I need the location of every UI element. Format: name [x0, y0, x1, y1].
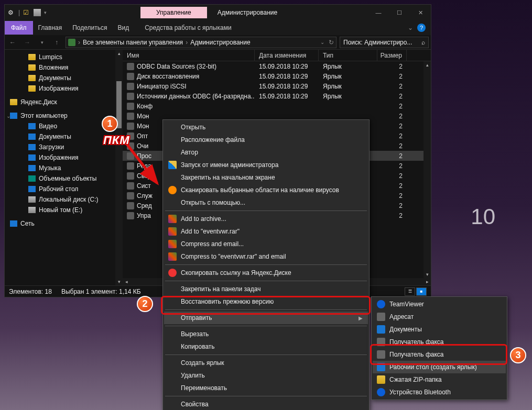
scroll-up-icon[interactable]: ▴ [115, 50, 123, 57]
menu-view[interactable]: Вид [112, 21, 134, 35]
sub-fax-2[interactable]: Получатель факса [373, 348, 506, 361]
nav-history-icon[interactable]: ▾ [36, 37, 48, 48]
sub-desktop-shortcut[interactable]: Рабочий стол (создать ярлык) [373, 361, 506, 373]
file-size: 2 [377, 63, 407, 70]
sub-bluetooth[interactable]: Устройство Bluetooth [373, 386, 506, 398]
ctx-compress-rar-email[interactable]: Compress to "eventvwr.rar" and email [164, 250, 368, 263]
scroll-down-icon[interactable]: ▾ [115, 278, 123, 285]
close-button[interactable]: ✕ [410, 5, 431, 20]
ctx-scan-virus[interactable]: Сканировать выбранные области на наличие… [164, 184, 368, 196]
shortcut-icon [127, 73, 134, 80]
sidebar-item[interactable]: Новый том (E:) [5, 205, 123, 215]
folder-icon [28, 123, 36, 129]
scroll-up-icon[interactable]: ▴ [424, 61, 431, 69]
minimize-button[interactable]: — [368, 5, 389, 20]
manage-tab[interactable]: Управление [140, 7, 207, 18]
shortcut-icon [127, 212, 134, 219]
status-item-count: Элементов: 18 [9, 288, 52, 295]
scroll-right-icon[interactable]: ▸ [424, 279, 431, 284]
main-scrollbar[interactable]: ▴ ▾ [424, 61, 431, 278]
menu-file[interactable]: Файл [5, 21, 33, 35]
sidebar-item[interactable]: Lumpics [5, 52, 123, 62]
sub-documents[interactable]: Документы [373, 323, 506, 336]
sidebar-item[interactable]: Вложения [5, 62, 123, 73]
sidebar-item[interactable]: Объемные объекты [5, 173, 123, 184]
nav-up-button[interactable]: ↑ [51, 37, 62, 48]
sidebar-item[interactable]: Яндекс.Диск [5, 97, 123, 107]
sidebar-item[interactable]: Изображения [5, 83, 123, 94]
sidebar-item[interactable]: Музыка [5, 163, 123, 173]
sub-fax[interactable]: Получатель факса [373, 336, 506, 348]
file-type: Ярлык [319, 73, 377, 80]
folder-icon [28, 54, 36, 60]
callout-2: 2 [137, 296, 153, 312]
ctx-add-archive[interactable]: Add to archive... [164, 213, 368, 225]
ctx-pin-start[interactable]: Закрепить на начальном экране [164, 171, 368, 184]
table-row[interactable]: ODBC Data Sources (32-bit)15.09.2018 10:… [123, 61, 431, 71]
ctx-open[interactable]: Открыть [164, 121, 368, 134]
ctx-author[interactable]: Автор [164, 146, 368, 159]
ctx-open-with[interactable]: Открыть с помощью... [164, 196, 368, 209]
sidebar-item[interactable]: Документы [5, 73, 123, 83]
scroll-down-icon[interactable]: ▾ [424, 271, 431, 278]
ctx-compress-email[interactable]: Compress and email... [164, 238, 368, 250]
sidebar-item[interactable]: Сеть [5, 218, 123, 229]
menu-shortcut-tools[interactable]: Средства работы с ярлыками [139, 21, 236, 35]
sidebar-item[interactable]: Рабочий стол [5, 184, 123, 194]
ctx-copy[interactable]: Копировать [164, 340, 368, 353]
ctx-add-rar[interactable]: Add to "eventvwr.rar" [164, 225, 368, 238]
sub-addressee[interactable]: Адресат [373, 311, 506, 323]
menu-share[interactable]: Поделиться [67, 21, 112, 35]
refresh-icon[interactable]: ↻ [325, 39, 334, 46]
menu-home[interactable]: Главная [33, 21, 68, 35]
nav-forward-button[interactable]: → [21, 37, 33, 48]
chevron-right-icon: ▶ [359, 315, 363, 321]
file-size: 2 [377, 172, 407, 180]
breadcrumb-dropdown-icon[interactable]: ⌄ [320, 39, 324, 45]
ctx-pin-taskbar[interactable]: Закрепить на панели задач [164, 283, 368, 295]
table-row[interactable]: Диск восстановления15.09.2018 10:29Ярлык… [123, 71, 431, 81]
ctx-rename[interactable]: Переименовать [164, 382, 368, 394]
ctx-restore[interactable]: Восстановить прежнюю версию [164, 295, 368, 308]
ctx-create-shortcut[interactable]: Создать ярлык [164, 357, 368, 369]
column-size[interactable]: Размер [377, 50, 407, 61]
ctx-send-to[interactable]: Отправить▶ [164, 312, 368, 324]
help-icon[interactable]: ? [417, 24, 426, 32]
sub-teamviewer[interactable]: TeamViewer [373, 298, 506, 311]
sidebar-item-label: Локальный диск (C:) [39, 196, 99, 203]
column-name[interactable]: Имя [123, 50, 255, 61]
ctx-file-location[interactable]: Расположение файла [164, 134, 368, 146]
breadcrumb-item[interactable]: Все элементы панели управления [83, 39, 183, 46]
ctx-cut[interactable]: Вырезать [164, 328, 368, 340]
maximize-button[interactable]: ☐ [389, 5, 410, 20]
file-size: 2 [377, 103, 407, 110]
avast-icon [168, 186, 177, 194]
column-date[interactable]: Дата изменения [255, 50, 319, 61]
table-row[interactable]: Инициатор iSCSI15.09.2018 10:29Ярлык2 [123, 81, 431, 91]
winrar-icon [168, 215, 177, 223]
search-input[interactable]: Поиск: Администриро... ⌕ [340, 37, 429, 48]
column-type[interactable]: Тип [319, 50, 377, 61]
icons-view-button[interactable]: ■ [416, 287, 427, 296]
sub-zip[interactable]: Сжатая ZIP-папка [373, 373, 506, 386]
file-date: 15.09.2018 10:29 [255, 63, 319, 70]
folder-icon [10, 220, 17, 227]
ctx-delete[interactable]: Удалить [164, 369, 368, 382]
sidebar-item[interactable]: Локальный диск (C:) [5, 194, 123, 205]
table-row[interactable]: Источники данных ODBC (64-разрядна...15.… [123, 91, 431, 101]
winrar-icon [168, 252, 177, 261]
ctx-copy-yandex[interactable]: Скопировать ссылку на Яндекс.Диске [164, 267, 368, 279]
folder-icon [28, 64, 36, 71]
qat-dropdown-icon[interactable]: ▾ [44, 10, 47, 15]
ctx-run-as-admin[interactable]: Запуск от имени администратора [164, 159, 368, 171]
ctx-properties[interactable]: Свойства [164, 398, 368, 410]
sidebar-item[interactable]: Изображения [5, 152, 123, 163]
nav-back-button[interactable]: ← [7, 37, 18, 48]
scroll-left-icon[interactable]: ◂ [123, 279, 130, 284]
details-view-button[interactable]: ☰ [405, 287, 415, 296]
file-size: 2 [377, 182, 407, 190]
ribbon-collapse-icon[interactable]: ⌄ [408, 24, 413, 31]
table-row[interactable]: Конф2 [123, 101, 431, 111]
breadcrumb-item[interactable]: Администрирование [190, 39, 250, 46]
breadcrumb[interactable]: › Все элементы панели управления › Админ… [66, 37, 336, 48]
